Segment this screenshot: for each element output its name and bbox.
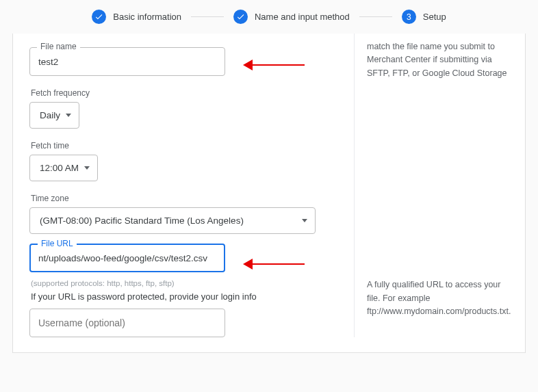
check-icon bbox=[92, 10, 106, 24]
form-left-column: File name Fetch frequency Daily Fetch ti… bbox=[13, 34, 354, 337]
fetch-time-label: Fetch time bbox=[31, 141, 340, 151]
filename-help-text: match the file name you submit to Mercha… bbox=[367, 40, 511, 80]
filename-input[interactable] bbox=[30, 48, 225, 75]
stepper: Basic information Name and input method … bbox=[0, 0, 538, 34]
fetch-frequency-value: Daily bbox=[40, 110, 60, 120]
spacer bbox=[367, 80, 511, 278]
step-connector bbox=[191, 16, 224, 17]
fetch-frequency-select[interactable]: Daily bbox=[29, 102, 79, 129]
fetch-time-select[interactable]: 12:00 AM bbox=[29, 155, 98, 181]
filename-row: File name bbox=[29, 47, 340, 76]
fetch-time-value: 12:00 AM bbox=[40, 163, 79, 173]
chevron-down-icon bbox=[302, 219, 307, 222]
file-url-label: File URL bbox=[38, 239, 77, 248]
step-label: Setup bbox=[423, 12, 446, 22]
filename-field[interactable]: File name bbox=[29, 47, 225, 76]
file-url-input[interactable] bbox=[31, 245, 224, 271]
step-setup[interactable]: 3 Setup bbox=[402, 10, 446, 24]
form-card: File name Fetch frequency Daily Fetch ti… bbox=[12, 34, 526, 353]
file-url-help-text: A fully qualified URL to access your fil… bbox=[367, 278, 511, 318]
fetch-frequency-label: Fetch frequency bbox=[31, 88, 340, 98]
file-url-field[interactable]: File URL bbox=[29, 244, 225, 272]
step-number-icon: 3 bbox=[402, 10, 416, 24]
username-input[interactable] bbox=[30, 309, 225, 337]
step-label: Basic information bbox=[113, 12, 181, 22]
step-name-and-input[interactable]: Name and input method bbox=[233, 10, 350, 24]
timezone-label: Time zone bbox=[31, 194, 340, 203]
username-field[interactable] bbox=[29, 309, 225, 337]
filename-label: File name bbox=[37, 42, 80, 51]
fileurl-row: File URL bbox=[29, 244, 340, 272]
step-basic-information[interactable]: Basic information bbox=[92, 10, 181, 24]
protocols-helper: (supported protocols: http, https, ftp, … bbox=[31, 279, 340, 287]
arrow-annotation-icon bbox=[243, 259, 305, 270]
timezone-select[interactable]: (GMT-08:00) Pacific Standard Time (Los A… bbox=[29, 207, 316, 234]
check-icon bbox=[233, 10, 248, 24]
arrow-annotation-icon bbox=[243, 60, 305, 70]
chevron-down-icon bbox=[66, 114, 71, 117]
form-right-column: match the file name you submit to Mercha… bbox=[354, 34, 526, 337]
step-label: Name and input method bbox=[255, 12, 350, 22]
timezone-value: (GMT-08:00) Pacific Standard Time (Los A… bbox=[40, 215, 244, 226]
auth-instruction: If your URL is password protected, provi… bbox=[31, 291, 340, 302]
step-connector bbox=[359, 16, 392, 17]
chevron-down-icon bbox=[84, 166, 90, 170]
